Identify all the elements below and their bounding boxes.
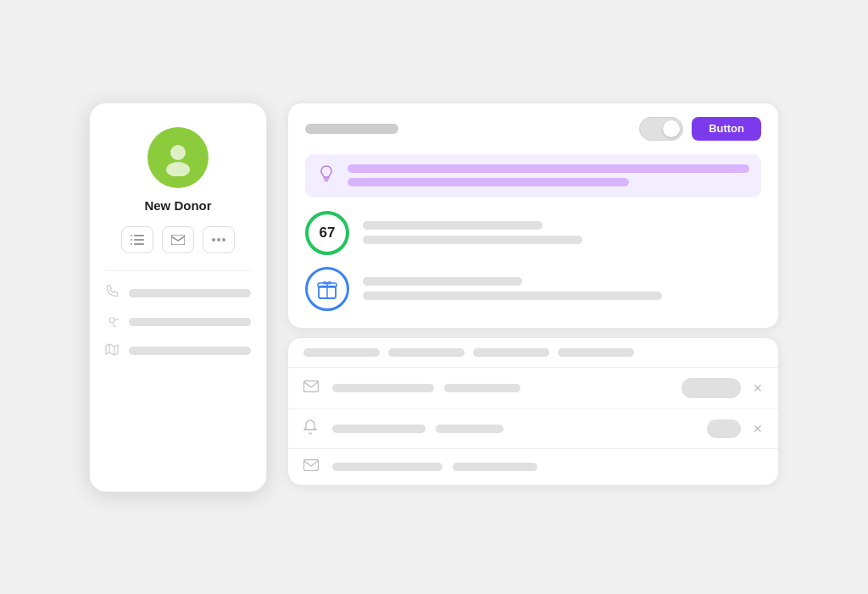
svg-rect-2	[134, 235, 144, 236]
row-bars-bell	[332, 425, 695, 433]
svg-marker-13	[106, 344, 118, 355]
insight-lines	[348, 164, 749, 186]
mail-icon-1	[303, 380, 320, 396]
gift-line-2	[363, 291, 662, 300]
scene: New Donor	[55, 69, 813, 526]
svg-rect-6	[131, 239, 132, 241]
map-icon	[105, 342, 120, 359]
row-bar-b	[444, 384, 520, 392]
divider	[105, 270, 251, 271]
toggle-button[interactable]	[639, 117, 683, 141]
more-button[interactable]	[203, 226, 235, 253]
svg-point-0	[170, 145, 186, 160]
contact-row-address	[105, 342, 251, 359]
address-bar	[129, 347, 251, 355]
svg-point-1	[166, 162, 190, 176]
lightbulb-icon	[317, 164, 336, 187]
gift-line-1	[363, 277, 522, 286]
close-icon-2[interactable]: ✕	[753, 422, 763, 436]
right-panel: Button 67	[287, 103, 779, 486]
list-row-mail-2	[288, 449, 778, 485]
gift-row	[305, 267, 761, 311]
header-bar-3	[473, 348, 549, 357]
phone-bar	[129, 289, 251, 297]
gift-circle	[305, 267, 349, 311]
at-icon	[105, 314, 120, 330]
svg-rect-5	[131, 235, 132, 236]
svg-rect-3	[134, 239, 144, 241]
svg-point-11	[222, 238, 225, 241]
score-value: 67	[320, 225, 336, 241]
action-buttons	[121, 226, 235, 253]
svg-point-9	[212, 238, 215, 241]
top-actions: Button	[639, 117, 761, 141]
svg-rect-20	[304, 459, 319, 470]
row-tag-mail-1	[682, 378, 741, 398]
header-bar-2	[388, 348, 465, 357]
top-box: Button 67	[287, 103, 779, 329]
contact-row-email	[105, 314, 251, 330]
header-bars	[303, 348, 763, 357]
list-row-header	[288, 338, 778, 368]
close-icon-1[interactable]: ✕	[753, 381, 763, 395]
row-bar-a	[332, 384, 434, 392]
bell-icon	[303, 419, 320, 438]
top-label-bar	[305, 124, 398, 134]
top-header: Button	[305, 117, 761, 141]
header-bar-1	[303, 348, 380, 357]
mail-icon-2	[303, 459, 320, 475]
svg-rect-19	[304, 380, 319, 391]
email-bar	[129, 318, 251, 326]
score-line-2	[363, 236, 582, 244]
header-bar-4	[558, 348, 634, 357]
score-line-1	[363, 221, 542, 230]
primary-button[interactable]: Button	[692, 117, 761, 141]
contact-row-phone	[105, 285, 251, 302]
gift-lines	[363, 277, 761, 300]
row-bar-c	[332, 425, 426, 433]
phone-icon	[105, 285, 120, 302]
score-lines	[363, 221, 761, 244]
list-row-bell: ✕	[288, 409, 778, 449]
avatar	[147, 127, 209, 188]
score-circle: 67	[305, 211, 349, 255]
svg-rect-7	[131, 243, 132, 245]
mail-button[interactable]	[162, 226, 194, 253]
insight-banner	[305, 154, 761, 197]
svg-rect-4	[134, 243, 144, 245]
score-row: 67	[305, 211, 761, 255]
insight-line-2	[348, 178, 629, 186]
svg-point-10	[217, 238, 220, 241]
toggle-knob	[663, 120, 680, 137]
donor-name: New Donor	[144, 198, 211, 213]
bottom-box: ✕ ✕	[287, 337, 779, 486]
svg-rect-8	[171, 235, 185, 245]
row-bars-mail-2	[332, 463, 763, 471]
small-toggle[interactable]	[707, 419, 741, 438]
row-bar-e	[332, 463, 442, 471]
insight-line-1	[348, 164, 749, 173]
list-row-mail-1: ✕	[288, 368, 778, 409]
row-bars-mail-1	[332, 384, 670, 392]
list-button[interactable]	[121, 226, 153, 253]
row-bar-d	[436, 425, 504, 433]
row-bar-f	[453, 463, 537, 471]
phone-card: New Donor	[89, 103, 267, 492]
svg-point-12	[109, 318, 114, 323]
contact-rows	[105, 285, 251, 359]
